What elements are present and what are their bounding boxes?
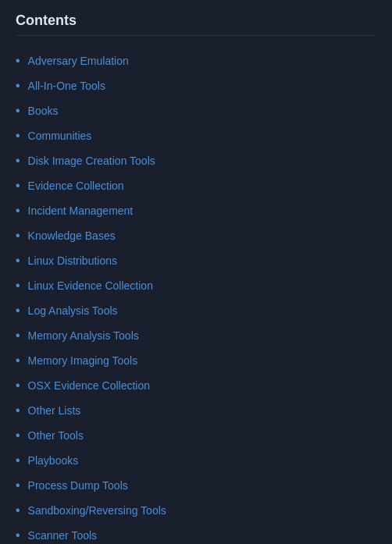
contents-link-14[interactable]: Other Lists — [28, 403, 81, 419]
contents-link-0[interactable]: Adversary Emulation — [28, 53, 129, 69]
list-item: All-In-One Tools — [16, 73, 376, 98]
contents-link-3[interactable]: Communities — [28, 128, 92, 144]
list-item: Linux Evidence Collection — [16, 273, 376, 298]
list-item: Knowledge Bases — [16, 223, 376, 248]
list-item: Playbooks — [16, 448, 376, 473]
contents-link-10[interactable]: Log Analysis Tools — [28, 303, 118, 319]
contents-link-16[interactable]: Playbooks — [28, 453, 79, 469]
list-item: Evidence Collection — [16, 173, 376, 198]
list-item: Scanner Tools — [16, 523, 376, 544]
contents-link-8[interactable]: Linux Distributions — [28, 253, 117, 269]
list-item: Memory Analysis Tools — [16, 323, 376, 348]
contents-link-1[interactable]: All-In-One Tools — [28, 78, 105, 94]
list-item: Disk Image Creation Tools — [16, 148, 376, 173]
contents-link-17[interactable]: Process Dump Tools — [28, 478, 128, 494]
list-item: OSX Evidence Collection — [16, 373, 376, 398]
list-item: Books — [16, 98, 376, 123]
contents-heading: Contents — [16, 12, 376, 36]
list-item: Communities — [16, 123, 376, 148]
contents-link-19[interactable]: Scanner Tools — [28, 528, 97, 544]
contents-link-5[interactable]: Evidence Collection — [28, 178, 124, 194]
contents-link-4[interactable]: Disk Image Creation Tools — [28, 153, 155, 169]
list-item: Memory Imaging Tools — [16, 348, 376, 373]
contents-link-15[interactable]: Other Tools — [28, 428, 84, 444]
contents-link-11[interactable]: Memory Analysis Tools — [28, 328, 139, 344]
contents-container: Contents Adversary EmulationAll-In-One T… — [0, 0, 392, 544]
contents-link-6[interactable]: Incident Management — [28, 203, 134, 219]
list-item: Adversary Emulation — [16, 48, 376, 73]
list-item: Process Dump Tools — [16, 473, 376, 498]
list-item: Sandboxing/Reversing Tools — [16, 498, 376, 523]
contents-link-9[interactable]: Linux Evidence Collection — [28, 278, 153, 294]
list-item: Other Tools — [16, 423, 376, 448]
list-item: Incident Management — [16, 198, 376, 223]
contents-link-7[interactable]: Knowledge Bases — [28, 228, 116, 244]
list-item: Other Lists — [16, 398, 376, 423]
contents-link-13[interactable]: OSX Evidence Collection — [28, 378, 150, 394]
contents-link-12[interactable]: Memory Imaging Tools — [28, 353, 138, 369]
list-item: Log Analysis Tools — [16, 298, 376, 323]
contents-link-18[interactable]: Sandboxing/Reversing Tools — [28, 503, 166, 519]
contents-list: Adversary EmulationAll-In-One ToolsBooks… — [16, 48, 376, 544]
list-item: Linux Distributions — [16, 248, 376, 273]
contents-link-2[interactable]: Books — [28, 103, 59, 119]
